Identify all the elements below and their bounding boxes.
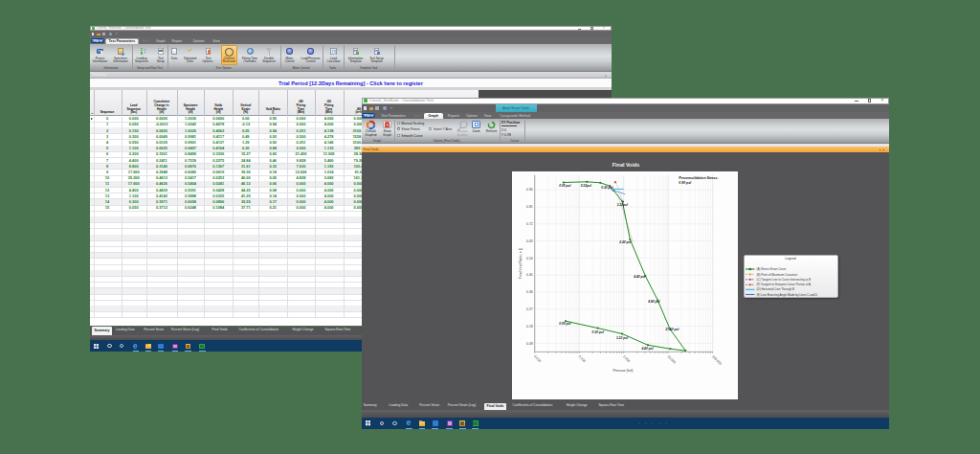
svg-text:0.05 psf: 0.05 psf	[559, 322, 571, 326]
svg-text:0.30 psf: 0.30 psf	[601, 186, 613, 190]
svg-text:0.90 psf: 0.90 psf	[679, 181, 692, 185]
svg-text:0.010: 0.010	[533, 354, 542, 363]
svg-text:Final Void Ratio, e (): Final Void Ratio, e ()	[518, 248, 522, 279]
svg-text:0.09: 0.09	[526, 342, 533, 346]
svg-text:0.54: 0.54	[526, 257, 533, 261]
svg-text:0.63: 0.63	[526, 239, 533, 243]
svg-text:(C) Tangent Line to Curve Inte: (C) Tangent Line to Curve Intersecting a…	[756, 278, 811, 282]
svg-text:10.000: 10.000	[666, 354, 676, 364]
svg-text:(B) Point of Maximum Curvature: (B) Point of Maximum Curvature	[756, 273, 797, 277]
svg-text:1.000: 1.000	[622, 354, 631, 363]
svg-text:(D) Horizontal Line Through B: (D) Horizontal Line Through B	[756, 288, 794, 292]
svg-text:0.27: 0.27	[526, 307, 533, 311]
svg-text:(F) Tangent to Steepest Linear: (F) Tangent to Steepest Linear Portion o…	[756, 284, 811, 287]
svg-text:Preconsolidation Stress:: Preconsolidation Stress:	[679, 176, 718, 180]
svg-text:0.30 psf: 0.30 psf	[591, 330, 604, 334]
svg-text:1.10 psf: 1.10 psf	[616, 336, 629, 340]
svg-text:0.90: 0.90	[526, 188, 533, 192]
svg-text:100.000: 100.000	[711, 354, 723, 366]
svg-text:0.18: 0.18	[526, 325, 533, 329]
svg-text:1.10psf: 1.10psf	[616, 203, 628, 207]
svg-text:Pressue (ksf): Pressue (ksf)	[612, 369, 633, 373]
svg-text:0.45: 0.45	[526, 273, 533, 277]
svg-text:0.15psf: 0.15psf	[580, 184, 591, 188]
svg-text:0.72: 0.72	[526, 222, 533, 226]
svg-text:8.80 psf: 8.80 psf	[648, 300, 660, 304]
svg-text:0.100: 0.100	[577, 354, 586, 363]
svg-text:(A) Stress Strain Curve: (A) Stress Strain Curve	[756, 267, 786, 271]
svg-text:17.60 psf: 17.60 psf	[665, 328, 679, 331]
svg-text:2.20 psf: 2.20 psf	[618, 240, 632, 244]
svg-text:4.40 psf: 4.40 psf	[633, 275, 646, 279]
svg-text:0.05 psf: 0.05 psf	[559, 184, 571, 188]
svg-text:(E) Line Bisecting Angle Made: (E) Line Bisecting Angle Made by Lines C…	[756, 293, 818, 297]
svg-text:0.36: 0.36	[526, 290, 533, 294]
svg-text:4.40 psf: 4.40 psf	[640, 347, 654, 351]
svg-text:0.81: 0.81	[526, 205, 533, 209]
